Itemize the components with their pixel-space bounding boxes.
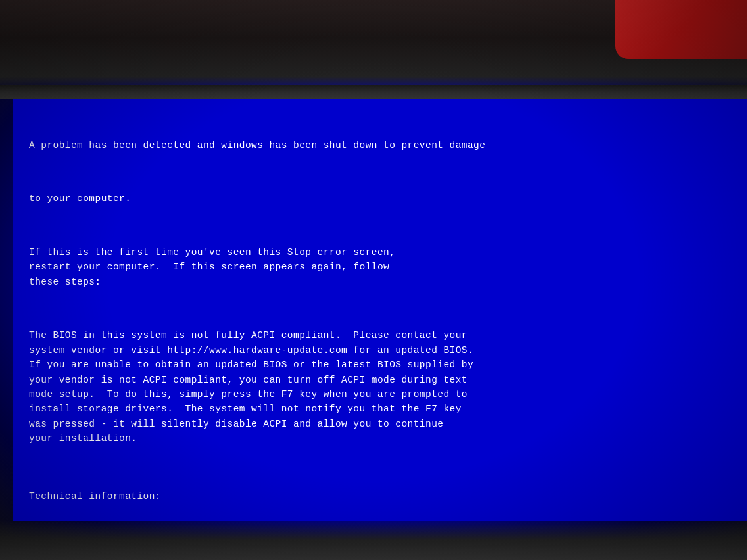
bsod-screen: A problem has been detected and windows … bbox=[13, 95, 747, 521]
laptop-bezel bbox=[0, 85, 747, 99]
header-line1: A problem has been detected and windows … bbox=[29, 138, 731, 152]
bottom-dark-region bbox=[0, 521, 747, 560]
technical-label: Technical information: bbox=[29, 489, 731, 503]
bsod-content: A problem has been detected and windows … bbox=[29, 108, 731, 521]
photo-frame: A problem has been detected and windows … bbox=[0, 0, 747, 560]
header-line2: to your computer. bbox=[29, 191, 731, 206]
paragraph1: If this is the first time you've seen th… bbox=[29, 245, 731, 289]
paragraph2: The BIOS in this system is not fully ACP… bbox=[29, 328, 731, 446]
red-object bbox=[615, 0, 747, 59]
